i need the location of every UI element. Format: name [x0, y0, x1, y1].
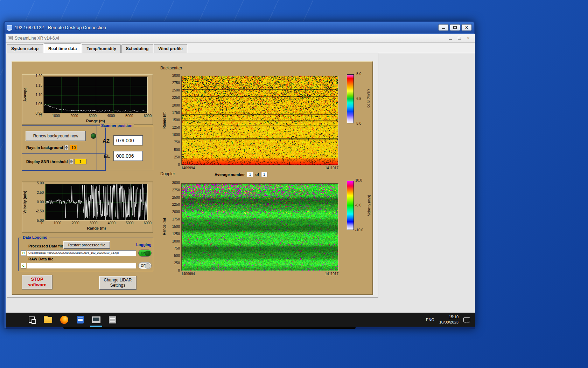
ascope-y-axis-label: A-scope [23, 77, 27, 112]
tick-label: 1.10 [36, 93, 42, 97]
restart-processed-file-button[interactable]: Restart processed file [63, 241, 110, 249]
background-controls-box: Renew background now Rays in background … [22, 125, 106, 171]
stop-software-button[interactable]: STOP software [22, 275, 52, 289]
tab-real-time-data[interactable]: Real time data [44, 43, 81, 53]
tick-label: 1250 [172, 232, 180, 236]
taskbar-clock[interactable]: 15:10 10/08/2023 [439, 314, 458, 325]
app-maximize-button[interactable] [455, 35, 464, 41]
doppler-heatmap-canvas [182, 184, 338, 271]
tick-label: -2.50 [36, 210, 44, 213]
doppler-x-ticks: 14099941411017 [181, 272, 338, 276]
taskbar-notes-icon[interactable] [72, 313, 88, 327]
tick-label: 750 [174, 141, 180, 144]
tick-label: 500 [174, 254, 180, 258]
tick-label: 2.50 [37, 191, 44, 195]
toggle-knob-icon [145, 251, 150, 256]
taskbar-firefox-icon[interactable] [56, 313, 72, 327]
rdp-titlebar[interactable]: 192.168.0.122 - Remote Desktop Connectio… [5, 22, 474, 33]
ascope-x-axis-label: Range (m) [43, 119, 148, 123]
tick-label: 2000 [70, 114, 78, 118]
tab-temp-humidity[interactable]: Temp/humidity [82, 44, 120, 53]
tick-label: 250 [174, 156, 180, 159]
tick-label: 2500 [172, 89, 180, 92]
average-number-row: Average number 1 of 1 [215, 172, 267, 177]
taskbar: ENG 15:10 10/08/2023 [6, 313, 475, 327]
ascope-y-ticks: 1.201.151.101.050.99 [29, 74, 42, 115]
processed-path-field[interactable]: C:\Lidar\Data\Proc\2023\202308\20230810\… [27, 250, 136, 256]
average-number-total[interactable]: 1 [261, 172, 267, 177]
average-number-value[interactable]: 1 [247, 172, 253, 177]
taskbar-file-explorer-icon[interactable] [40, 313, 56, 327]
raw-path-field[interactable] [27, 263, 136, 268]
tick-label: 750 [174, 247, 180, 250]
backscatter-y-ticks: 3000275025002250200017501500125010007505… [167, 74, 180, 166]
tick-label: 1500 [172, 225, 180, 229]
tick-label: 1750 [172, 218, 180, 221]
firefox-icon [60, 316, 68, 324]
tick-label: 5000 [125, 114, 133, 118]
tick-label: 6000 [144, 114, 152, 118]
tab-wind-profile[interactable]: Wind profile [154, 44, 187, 53]
task-view-icon [29, 316, 35, 323]
tick-label: 10.0 [355, 179, 362, 182]
taskbar-task-view-icon[interactable] [24, 313, 40, 327]
raw-data-file-label: RAW Data file [28, 257, 54, 261]
taskbar-scan-scheduler-icon[interactable] [104, 313, 120, 327]
change-line2: Settings [110, 283, 125, 288]
notification-icon[interactable] [463, 317, 470, 322]
app-titlebar[interactable]: StreamLine XR v14-6.vi × [6, 34, 475, 43]
background-led-indicator [91, 133, 96, 139]
horizontal-scrollbar[interactable] [6, 327, 475, 329]
rays-value[interactable]: 10 [70, 145, 77, 150]
tick-label: 2750 [172, 189, 180, 192]
raw-drive-box[interactable]: C [21, 263, 26, 268]
renew-background-button[interactable]: Renew background now [26, 131, 86, 141]
tick-label: 1750 [172, 111, 180, 115]
taskbar-active-app-icon[interactable] [88, 313, 104, 327]
language-indicator[interactable]: ENG [426, 318, 434, 322]
spinner-up-icon[interactable]: ▲ [64, 145, 68, 148]
tick-label: 0 [178, 269, 180, 272]
app-icon [8, 36, 13, 40]
processed-data-file-label: Processed Data file [28, 244, 64, 248]
app-minimize-button[interactable] [446, 35, 455, 41]
rays-spinner[interactable]: ▲▼ [64, 145, 68, 150]
clock-time: 15:10 [449, 314, 458, 320]
tick-label: 3000 [172, 74, 180, 77]
scanner-position-box: Scanner position AZ 079.000 EL 000.096 [97, 126, 153, 170]
processed-logging-toggle[interactable]: ON [138, 250, 152, 257]
velocity-x-axis-label: Range (m) [45, 226, 148, 230]
spinner-down-icon[interactable]: ▼ [64, 148, 68, 150]
snr-spinner[interactable]: ▲▼ [69, 159, 73, 164]
maximize-icon [453, 26, 457, 29]
az-value[interactable]: 079.000 [114, 136, 142, 145]
doppler-colorbar-label: Velocity (m/s) [367, 184, 371, 226]
tab-system-setup[interactable]: System setup [7, 44, 43, 53]
backscatter-y-axis-label: Range (m) [162, 76, 166, 164]
doppler-title: Doppler [160, 171, 175, 176]
tick-label: 1500 [172, 118, 180, 122]
app-close-button[interactable]: × [464, 35, 473, 41]
rdp-maximize-button[interactable] [450, 24, 460, 31]
scrollbar-thumb[interactable] [63, 327, 356, 329]
tick-label: 2500 [172, 196, 180, 199]
tab-scheduling[interactable]: Scheduling [121, 44, 153, 53]
rdp-window-title: 192.168.0.122 - Remote Desktop Connectio… [15, 25, 437, 30]
rdp-minimize-button[interactable] [438, 24, 449, 31]
rdp-close-button[interactable]: X [461, 24, 472, 31]
tick-label: 1000 [54, 222, 61, 225]
el-value[interactable]: 000.096 [114, 151, 142, 161]
raw-logging-toggle[interactable]: OFF [138, 262, 152, 269]
tick-label: 2250 [172, 96, 180, 100]
spinner-down-icon[interactable]: ▼ [69, 162, 73, 164]
doppler-y-axis-label: Range (m) [162, 183, 166, 270]
ascope-plot-area [43, 76, 148, 113]
folder-icon [44, 317, 52, 323]
spinner-up-icon[interactable]: ▲ [69, 159, 73, 162]
change-lidar-settings-button[interactable]: Change LiDAR Settings [99, 276, 136, 290]
snr-value[interactable]: 1 [75, 159, 86, 164]
processed-drive-box[interactable]: C [21, 250, 26, 256]
tick-label: 5.00 [37, 182, 44, 185]
velocity-x-ticks: 0100020003000400050006000 [41, 222, 152, 225]
tick-label: 1250 [172, 126, 180, 129]
